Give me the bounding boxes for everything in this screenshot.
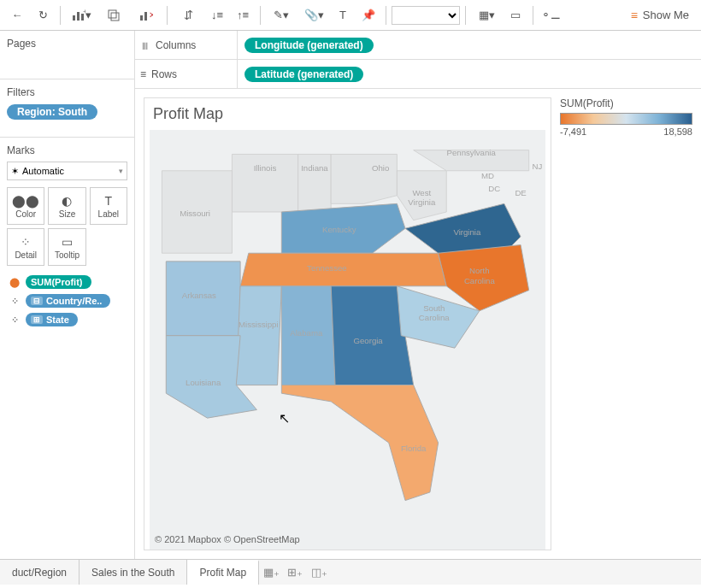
marks-size-button[interactable]: ◐Size [48,187,85,225]
svg-text:Alabama: Alabama [290,328,323,338]
svg-text:Louisiana: Louisiana [186,378,221,387]
tab-sales-south[interactable]: Sales in the South [80,560,187,585]
state-mississippi[interactable] [236,286,281,385]
marks-detail-button[interactable]: ⁘Detail [7,228,44,266]
columns-shelf[interactable]: ⫼Columns Longitude (generated) [135,31,701,60]
legend-gradient [560,113,692,125]
sort-asc-icon[interactable]: ↓≡ [205,3,229,27]
new-dashboard-icon[interactable]: ⊞₊ [283,566,307,579]
color-icon: ⬤⬤ [12,194,39,208]
legend-max: 18,598 [663,126,692,137]
svg-text:MD: MD [481,171,494,180]
filters-title: Filters [0,79,134,103]
left-panel: Pages Filters Region: South Marks ✶ Auto… [0,31,135,559]
svg-text:North: North [469,266,490,275]
detail-mark-icon: ⁘ [7,293,22,309]
svg-rect-1 [77,12,80,21]
rows-shelf[interactable]: ≡Rows Latitude (generated) [135,60,701,89]
show-me-label: Show Me [643,9,689,21]
share-icon[interactable]: ⚬⚊ [539,3,563,27]
marks-label-button[interactable]: TLabel [90,187,127,225]
marks-type-label: Automatic [22,166,64,176]
tooltip-icon: ▭ [62,235,73,249]
svg-text:Arkansas: Arkansas [182,291,216,300]
present-icon[interactable]: ▭ [504,3,527,27]
swap-icon[interactable]: ⇵ [173,3,203,27]
map-area[interactable]: Illinois Indiana Ohio Missouri West Virg… [150,130,545,550]
legend-min: -7,491 [560,126,586,137]
map-attribution: © 2021 Mapbox © OpenStreetMap [155,534,300,544]
svg-text:West: West [412,188,431,197]
new-worksheet-icon[interactable]: ▦₊ [259,566,283,579]
svg-text:Illinois: Illinois [254,163,277,173]
bg-ohio [331,154,397,203]
svg-text:✕: ✕ [149,10,153,20]
svg-text:Kentucky: Kentucky [322,225,356,234]
viz-canvas[interactable]: Profit Map Illinois Indiana Ohio Missour… [144,97,551,550]
mark-pill-state[interactable]: ⊞State [26,313,78,326]
marks-color-button[interactable]: ⬤⬤Color [7,187,44,225]
filter-pill-region[interactable]: Region: South [7,104,97,120]
detail-mark-icon-2: ⁘ [7,312,22,327]
svg-text:+: + [83,9,85,15]
svg-text:Florida: Florida [401,444,427,453]
color-legend[interactable]: SUM(Profit) -7,491 18,598 [560,97,692,550]
svg-text:South: South [423,303,445,313]
svg-rect-6 [140,15,143,21]
show-me-icon: ≡ [631,9,638,22]
svg-text:Georgia: Georgia [353,336,383,345]
svg-text:Tennessee: Tennessee [307,263,347,273]
marks-card: Marks ✶ Automatic ⬤⬤Color ◐Size TLabel ⁘… [0,138,134,338]
svg-text:Virginia: Virginia [453,227,481,237]
text-icon[interactable]: T [331,3,355,27]
fit-select[interactable] [392,6,460,25]
svg-text:Missouri: Missouri [180,209,210,218]
add-bar-icon[interactable]: +▾ [66,3,97,27]
svg-text:Carolina: Carolina [419,313,450,322]
columns-icon: ⫼ [140,39,150,51]
refresh-icon[interactable]: ↻ [31,3,55,27]
rows-pill-latitude[interactable]: Latitude (generated) [244,67,363,82]
detail-icon: ⁘ [21,235,31,249]
mark-pill-country[interactable]: ⊟Country/Re.. [26,294,110,308]
pages-shelf[interactable]: Pages [0,31,134,79]
hierarchy-icon: ⊟ [31,297,43,305]
map-svg: Illinois Indiana Ohio Missouri West Virg… [150,130,545,550]
automatic-icon: ✶ [11,166,19,177]
attach-icon[interactable]: 📎▾ [298,3,329,27]
sheet-tabs: duct/Region Sales in the South Profit Ma… [0,559,701,585]
svg-rect-4 [109,10,116,18]
worksheet-area: ⫼Columns Longitude (generated) ≡Rows Lat… [135,31,701,559]
sort-desc-icon[interactable]: ↑≡ [231,3,255,27]
svg-text:DC: DC [488,184,500,193]
svg-text:Ohio: Ohio [372,163,389,173]
viz-title[interactable]: Profit Map [144,98,551,130]
clear-icon[interactable]: ✕ [131,3,162,27]
svg-rect-5 [111,13,119,21]
svg-text:Indiana: Indiana [301,163,328,173]
show-me-button[interactable]: ≡ Show Me [624,9,696,22]
views-icon[interactable]: ▦▾ [471,3,502,27]
toolbar: ← ↻ +▾ ✕ ⇵ ↓≡ ↑≡ ✎▾ 📎▾ T 📌 ▦▾ ▭ ⚬⚊ ≡ Sho… [0,0,701,31]
highlight-icon[interactable]: ✎▾ [266,3,297,27]
back-icon[interactable]: ← [5,3,29,27]
svg-rect-7 [144,12,147,21]
pin-icon[interactable]: 📌 [356,3,380,27]
legend-title: SUM(Profit) [560,97,692,109]
filters-shelf[interactable]: Filters Region: South [0,79,134,138]
duplicate-icon[interactable] [98,3,129,27]
hierarchy-icon-2: ⊞ [31,315,43,324]
columns-pill-longitude[interactable]: Longitude (generated) [244,38,374,53]
svg-text:Mississippi: Mississippi [239,320,279,329]
mark-pill-sum-profit[interactable]: SUM(Profit) [26,275,91,289]
rows-icon: ≡ [140,68,146,80]
label-icon: T [105,194,113,208]
tab-profit-map[interactable]: Profit Map [187,560,259,585]
pages-title: Pages [0,31,134,55]
tab-product-region[interactable]: duct/Region [0,560,80,585]
new-story-icon[interactable]: ◫₊ [307,566,331,579]
marks-type-select[interactable]: ✶ Automatic [7,162,127,180]
svg-text:Pennsylvania: Pennsylvania [447,148,497,157]
svg-text:NJ: NJ [532,162,542,171]
marks-tooltip-button[interactable]: ▭Tooltip [48,228,85,266]
